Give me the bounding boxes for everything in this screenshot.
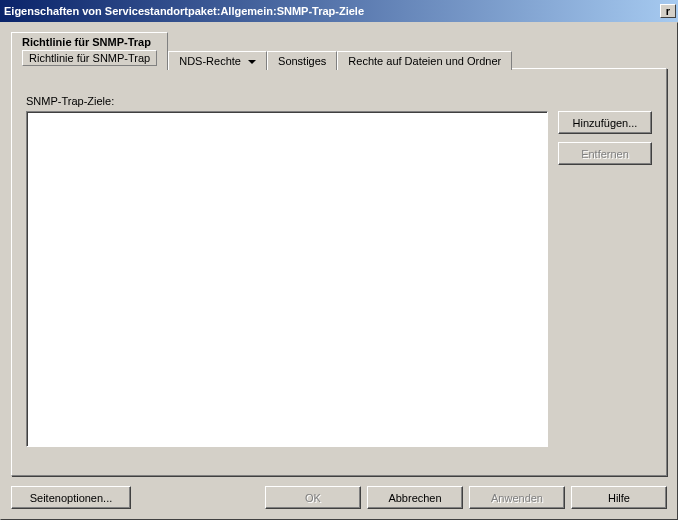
ok-button[interactable]: OK — [265, 486, 361, 509]
side-buttons: Hinzufügen... Entfernen — [558, 111, 652, 447]
content-row: Hinzufügen... Entfernen — [26, 111, 652, 447]
bottom-button-row: Seitenoptionen... OK Abbrechen Anwenden … — [11, 486, 667, 509]
tab-nds-rechte[interactable]: NDS-Rechte — [168, 51, 267, 70]
tab-label: Sonstiges — [278, 55, 326, 67]
help-button[interactable]: Hilfe — [571, 486, 667, 509]
titlebar: Eigenschaften von Servicestandortpaket:A… — [0, 0, 678, 22]
tab-strip: Richtlinie für SNMP-Trap Richtlinie für … — [11, 31, 667, 69]
tab-rechte-dateien-ordner[interactable]: Rechte auf Dateien und Ordner — [337, 51, 512, 70]
tab-page: SNMP-Trap-Ziele: Hinzufügen... Entfernen — [11, 68, 667, 476]
apply-button[interactable]: Anwenden — [469, 486, 565, 509]
list-label: SNMP-Trap-Ziele: — [26, 95, 652, 107]
tab-sublabel: Richtlinie für SNMP-Trap — [22, 50, 157, 66]
close-icon[interactable]: r — [660, 4, 676, 18]
page-options-button[interactable]: Seitenoptionen... — [11, 486, 131, 509]
tab-label: Rechte auf Dateien und Ordner — [348, 55, 501, 67]
cancel-button[interactable]: Abbrechen — [367, 486, 463, 509]
dialog-body: Richtlinie für SNMP-Trap Richtlinie für … — [0, 22, 678, 520]
snmp-trap-ziele-listbox[interactable] — [26, 111, 548, 447]
tab-label: NDS-Rechte — [179, 55, 256, 67]
tab-richtlinie-snmp-trap[interactable]: Richtlinie für SNMP-Trap Richtlinie für … — [11, 32, 168, 70]
add-button[interactable]: Hinzufügen... — [558, 111, 652, 134]
window-title: Eigenschaften von Servicestandortpaket:A… — [4, 5, 660, 17]
tab-label: Richtlinie für SNMP-Trap — [22, 36, 151, 48]
remove-button[interactable]: Entfernen — [558, 142, 652, 165]
tab-label-text: NDS-Rechte — [179, 55, 241, 67]
tab-sonstiges[interactable]: Sonstiges — [267, 51, 337, 70]
chevron-down-icon — [248, 60, 256, 64]
